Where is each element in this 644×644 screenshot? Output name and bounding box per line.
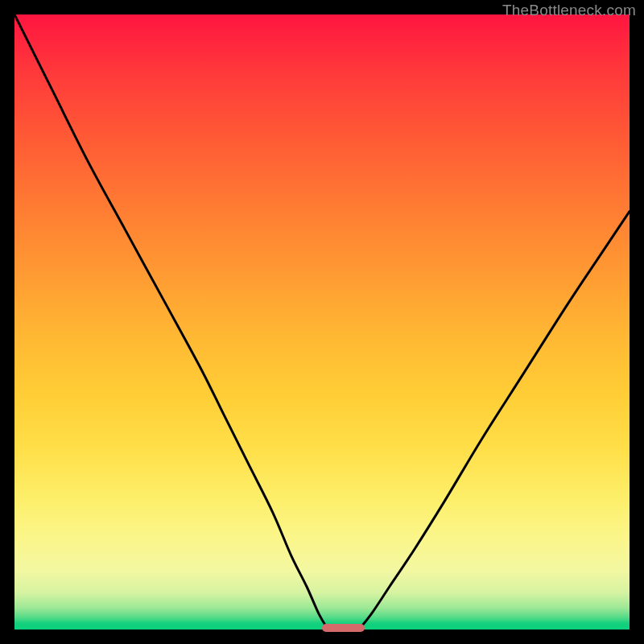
optimal-range-marker <box>322 624 365 632</box>
chart-frame: TheBottleneck.com <box>0 0 644 644</box>
watermark-text: TheBottleneck.com <box>502 2 636 19</box>
plot-area <box>14 14 630 630</box>
bottleneck-curve <box>14 14 630 630</box>
